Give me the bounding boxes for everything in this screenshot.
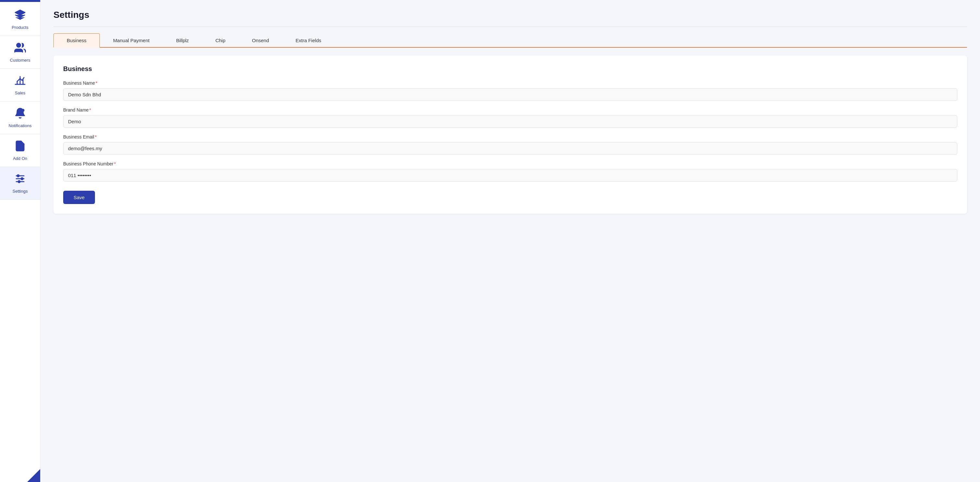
divider [54,27,967,27]
addon-icon [14,140,26,154]
sidebar-top-bar [0,0,40,2]
main-content: Settings Business Manual Payment Billplz… [40,0,980,482]
sliders-icon [14,173,26,187]
tab-business[interactable]: Business [54,34,100,48]
sidebar-item-products[interactable]: Products [0,3,40,36]
sidebar-item-label-customers: Customers [10,58,30,62]
svg-point-1 [17,43,21,47]
sidebar-item-label-products: Products [12,25,28,30]
field-business-email: Business Email* [63,134,957,155]
sidebar-item-customers[interactable]: Customers [0,36,40,69]
sidebar-bottom-indicator [27,469,40,482]
sidebar-item-notifications[interactable]: Notifications [0,102,40,134]
bell-icon [14,107,26,121]
label-brand-name: Brand Name* [63,107,957,113]
sidebar-item-label-settings: Settings [13,189,28,194]
tab-manual-payment[interactable]: Manual Payment [100,34,163,47]
svg-point-6 [22,109,25,112]
sidebar-item-settings[interactable]: Settings [0,167,40,200]
sidebar-item-label-addon: Add On [13,156,27,161]
sidebar-item-label-sales: Sales [15,91,25,95]
sidebar-item-label-notifications: Notifications [9,123,32,128]
sidebar: Products Customers Sales [0,0,40,482]
input-brand-name[interactable] [63,115,957,128]
input-business-name[interactable] [63,88,957,101]
input-business-phone[interactable] [63,169,957,182]
field-business-name: Business Name* [63,80,957,101]
svg-point-13 [18,181,20,183]
tab-onsend[interactable]: Onsend [239,34,282,47]
svg-point-12 [21,178,23,180]
label-business-phone: Business Phone Number* [63,161,957,166]
tab-extra-fields[interactable]: Extra Fields [282,34,334,47]
field-business-phone: Business Phone Number* [63,161,957,182]
field-brand-name: Brand Name* [63,107,957,128]
business-card: Business Business Name* Brand Name* Busi… [54,56,967,214]
save-button[interactable]: Save [63,191,95,204]
card-title: Business [63,65,957,73]
label-business-email: Business Email* [63,134,957,139]
sidebar-item-sales[interactable]: Sales [0,69,40,102]
chart-icon [14,75,26,89]
svg-point-11 [17,175,19,177]
page-title: Settings [54,10,967,20]
sidebar-item-addon[interactable]: Add On [0,134,40,167]
label-business-name: Business Name* [63,80,957,86]
users-icon [14,42,26,56]
tabs-bar: Business Manual Payment Billplz Chip Ons… [54,34,967,48]
tab-chip[interactable]: Chip [202,34,239,47]
box-icon [14,9,26,23]
tab-billplz[interactable]: Billplz [163,34,202,47]
input-business-email[interactable] [63,142,957,155]
